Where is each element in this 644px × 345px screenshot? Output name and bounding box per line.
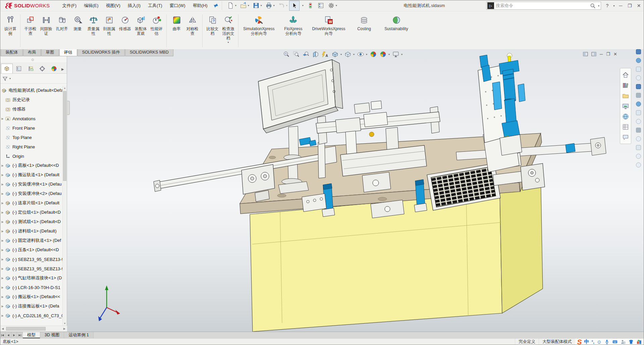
scroll-right-icon[interactable]: ▶ [62,327,67,330]
ime-news-icon[interactable] [620,339,626,345]
help-button[interactable]: ? [603,3,612,8]
ime-keyboard-icon[interactable] [612,339,618,345]
symmetry-check-button[interactable]: 对称检查 [184,13,200,36]
sogou-logo-icon[interactable]: S [577,338,582,345]
plugin-toolbar-icon[interactable] [636,154,641,159]
section-view-icon[interactable] [312,51,319,58]
model-3d-view[interactable] [67,49,644,332]
save-button[interactable]: ▾ [251,1,264,11]
menu-window[interactable]: 窗口(W) [166,1,189,11]
tree-root[interactable]: 电性能测试机 (Default<Defa [0,86,62,95]
expand-arrow-icon[interactable]: ▶ [0,117,5,120]
view-settings-icon[interactable]: ▾ [392,51,402,58]
menu-file[interactable]: 文件(F) [59,1,80,11]
tree-item[interactable]: ▶(-) 安装缓冲块<2> (Defau [0,189,62,198]
undo-button[interactable]: ▾ [276,1,289,11]
new-document-button[interactable]: ▾ [225,1,238,11]
tree-item[interactable]: Front Plane [0,123,62,133]
select-tool-dropdown[interactable]: ▾ [300,1,305,11]
expand-arrow-icon[interactable]: ▶ [0,258,5,261]
driveworksxpress-button[interactable]: DriveWorksXpress向导 [309,13,348,36]
costing-button[interactable]: Costing [348,13,380,31]
hide-show-items-icon[interactable]: ▾ [357,51,367,58]
tree-item[interactable]: ▶(-) SEBZ13_95_SEBZ13-9 [0,264,62,273]
ime-toolbox-icon[interactable] [636,339,642,345]
view-orientation-icon[interactable]: ▾ [344,51,355,58]
tab-model[interactable]: 模型 [23,332,40,338]
chevron-down-icon[interactable]: ▾ [302,4,304,7]
chevron-down-icon[interactable]: ▾ [248,4,249,7]
ime-language-toggle[interactable]: 中 [584,339,589,345]
chevron-down-icon[interactable]: ▾ [336,4,337,7]
pin-menu-icon[interactable] [213,3,218,8]
ime-emoji-icon[interactable]: ☺ [597,339,602,344]
file-properties-button[interactable] [316,1,326,11]
tab-assembly[interactable]: 装配体 [1,49,23,56]
zoom-to-area-icon[interactable] [292,51,300,58]
select-tool-button[interactable] [289,1,300,11]
tree-item[interactable]: ▶(-) LCR-16-30-T0H-D-S1 [0,283,62,292]
filter-funnel-icon[interactable] [2,76,8,81]
minimize-document-icon[interactable]: ─ [600,52,603,57]
forum-icon[interactable] [622,132,629,142]
floxpress-button[interactable]: FloXpress分析向导 [277,13,309,36]
command-search-input[interactable]: ▷ 搜索命令 ▾ [486,2,601,10]
file-explorer-icon[interactable] [622,90,629,101]
scrollbar-thumb[interactable] [63,91,66,181]
tree-item[interactable]: ▶(-) 进料组<1> (Default) [0,226,62,236]
panel-flyout-icon[interactable]: ▶ [61,67,64,73]
performance-evaluation-button[interactable]: 性能评估 [149,13,164,36]
expand-arrow-icon[interactable]: ▶ [0,164,5,167]
tree-item[interactable]: ▶(-) 定位组<1> (Default<D [0,208,62,217]
plugin-toolbar-icon[interactable] [636,136,641,141]
last-tab-button[interactable] [17,332,23,338]
expand-arrow-icon[interactable]: ▶ [0,230,5,233]
chevron-down-icon[interactable]: ▾ [401,53,402,56]
tab-motion-study[interactable]: 运动算例 1 [64,332,93,338]
plugin-toolbar-icon[interactable] [636,75,641,80]
chevron-down-icon[interactable]: ▾ [227,41,229,44]
search-scope-icon[interactable]: ▷ [487,2,494,9]
tab-solidworks-addins[interactable]: SOLIDWORKS 插件 [77,49,125,56]
plugin-toolbar-icon[interactable] [636,128,641,133]
expand-arrow-icon[interactable]: ▶ [0,192,5,195]
open-button[interactable]: ▾ [238,1,251,11]
tab-featuremanager[interactable] [1,64,13,73]
annotation-views-icon[interactable] [322,51,329,58]
expand-arrow-icon[interactable]: ▶ [0,202,5,205]
plugin-toolbar-icon[interactable] [636,119,641,124]
simulationxpress-button[interactable]: SimulationXpress分析向导 [240,13,277,36]
dock-pane-right-icon[interactable] [591,52,596,56]
chevron-down-icon[interactable]: ▾ [340,53,342,56]
zoom-to-fit-icon[interactable] [283,51,290,58]
scroll-down-icon[interactable]: ▼ [63,321,67,326]
tree-item[interactable]: Origin [0,151,62,161]
expand-arrow-icon[interactable]: ▶ [0,277,5,280]
tree-item[interactable]: 历史记录 [0,95,62,105]
expand-arrow-icon[interactable]: ▶ [0,239,5,242]
ime-mic-icon[interactable] [604,339,610,345]
tree-item[interactable]: ▶(-) 连接搬运板<1> (Defa [0,301,62,311]
expand-arrow-icon[interactable]: ▶ [0,305,5,308]
tree-item[interactable]: ▶(-) 固定进料轨道<1> (Def [0,236,62,245]
previous-tab-button[interactable] [6,332,11,338]
solidworks-resources-icon[interactable] [622,70,629,80]
chevron-down-icon[interactable]: ▾ [261,4,262,7]
menu-view[interactable]: 视图(V) [102,1,124,11]
tree-item[interactable]: ▶(-) 底板<1> (Default<<D [0,161,62,170]
expand-arrow-icon[interactable]: ▶ [0,314,5,317]
chevron-down-icon[interactable]: ▾ [388,53,390,56]
measure-button[interactable]: 测量 [70,13,86,31]
minimize-button[interactable]: ─ [616,3,625,8]
expand-arrow-icon[interactable]: ▶ [0,174,5,177]
menu-insert[interactable]: 插入(I) [124,1,144,11]
scroll-up-icon[interactable]: ▲ [63,86,67,90]
tree-item[interactable]: ▶(-) 气缸培林连接块<1> (D [0,273,62,283]
chevron-down-icon[interactable]: ▾ [9,77,11,80]
restore-document-icon[interactable]: ❐ [606,52,610,57]
tree-item[interactable]: ▶(-) SEBZ13_95_SEBZ13-9 [0,255,62,264]
tree-item[interactable]: 传感器 [0,105,62,114]
appearances-scenes-icon[interactable] [622,111,629,122]
tree-item[interactable]: ▶(-) 测试组<1> (Default<D [0,217,62,226]
panel-splitter-handle[interactable] [67,101,70,115]
